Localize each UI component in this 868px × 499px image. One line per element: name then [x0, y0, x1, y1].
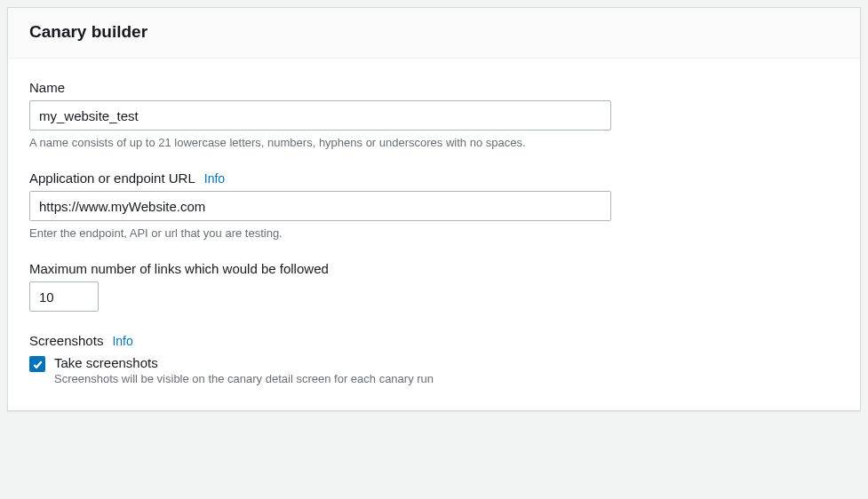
endpoint-hint: Enter the endpoint, API or url that you …	[29, 226, 839, 240]
screenshots-info-link[interactable]: Info	[112, 334, 132, 348]
take-screenshots-label: Take screenshots	[54, 355, 839, 370]
take-screenshots-desc: Screenshots will be visible on the canar…	[54, 372, 839, 385]
panel-header: Canary builder	[8, 8, 860, 59]
canary-builder-panel: Canary builder Name A name consists of u…	[7, 7, 861, 411]
endpoint-input[interactable]	[29, 191, 611, 221]
endpoint-label-row: Application or endpoint URL Info	[29, 170, 839, 186]
field-max-links: Maximum number of links which would be f…	[29, 261, 839, 312]
take-screenshots-checkbox[interactable]	[29, 356, 45, 372]
field-name: Name A name consists of up to 21 lowerca…	[29, 80, 839, 149]
endpoint-label: Application or endpoint URL	[29, 170, 195, 186]
name-label: Name	[29, 80, 839, 95]
take-screenshots-row: Take screenshots Screenshots will be vis…	[29, 355, 839, 385]
screenshots-label: Screenshots	[29, 333, 103, 348]
name-hint: A name consists of up to 21 lowercase le…	[29, 136, 839, 149]
name-input[interactable]	[29, 100, 611, 131]
endpoint-info-link[interactable]: Info	[204, 171, 225, 186]
field-screenshots: Screenshots Info Take screenshots Screen…	[29, 333, 839, 385]
check-icon	[32, 359, 44, 370]
screenshots-label-row: Screenshots Info	[29, 333, 839, 348]
field-endpoint: Application or endpoint URL Info Enter t…	[29, 170, 839, 240]
checkbox-content: Take screenshots Screenshots will be vis…	[54, 355, 839, 385]
max-links-input[interactable]	[29, 281, 99, 312]
panel-body: Name A name consists of up to 21 lowerca…	[8, 59, 860, 410]
page-title: Canary builder	[29, 22, 839, 42]
max-links-label: Maximum number of links which would be f…	[29, 261, 839, 276]
